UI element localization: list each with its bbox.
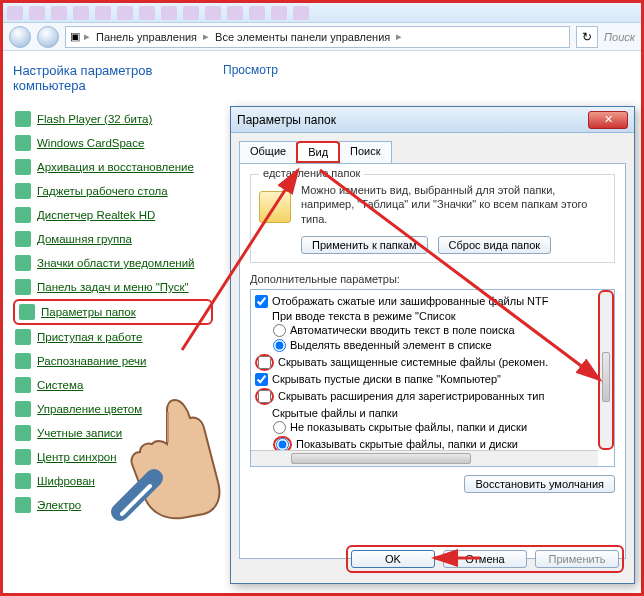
cp-item-link[interactable]: Приступая к работе bbox=[37, 331, 142, 343]
crumb-sub[interactable]: Все элементы панели управления bbox=[213, 31, 392, 43]
cp-item[interactable]: Система bbox=[13, 373, 213, 397]
cp-item-link[interactable]: Панель задач и меню "Пуск" bbox=[37, 281, 189, 293]
cp-item-icon bbox=[15, 135, 31, 151]
view-link[interactable]: Просмотр bbox=[223, 63, 278, 77]
cp-item-icon bbox=[15, 497, 31, 513]
folder-views-group: едставление папок Можно изменить вид, вы… bbox=[250, 174, 615, 263]
nav-forward-button[interactable] bbox=[37, 26, 59, 48]
advanced-label: Дополнительные параметры: bbox=[250, 273, 615, 285]
cp-item-link[interactable]: Flash Player (32 бита) bbox=[37, 113, 152, 125]
cp-item-link[interactable]: Параметры папок bbox=[41, 306, 136, 318]
cp-item-link[interactable]: Windows CardSpace bbox=[37, 137, 144, 149]
opt-hide-empty-drives[interactable] bbox=[255, 373, 268, 386]
advanced-scrollbar-vertical[interactable] bbox=[598, 290, 614, 450]
cp-item-icon bbox=[15, 473, 31, 489]
cp-item[interactable]: Flash Player (32 бита) bbox=[13, 107, 213, 131]
cp-item-link[interactable]: Учетные записи bbox=[37, 427, 122, 439]
opt-dont-show-hidden[interactable] bbox=[273, 421, 286, 434]
cp-item[interactable]: Учетные записи bbox=[13, 421, 213, 445]
address-bar: ▣ ▸ Панель управления ▸ Все элементы пан… bbox=[3, 23, 641, 51]
tab-view[interactable]: Вид bbox=[296, 141, 340, 163]
cp-item-link[interactable]: Распознавание речи bbox=[37, 355, 147, 367]
opt-hide-protected[interactable] bbox=[258, 356, 271, 369]
apply-to-folders-button[interactable]: Применить к папкам bbox=[301, 236, 428, 254]
refresh-button[interactable]: ↻ bbox=[576, 26, 598, 48]
cp-item-link[interactable]: Архивация и восстановление bbox=[37, 161, 194, 173]
cp-item-icon bbox=[15, 329, 31, 345]
cp-item[interactable]: Диспетчер Realtek HD bbox=[13, 203, 213, 227]
cp-item-link[interactable]: Гаджеты рабочего стола bbox=[37, 185, 168, 197]
folder-options-dialog: Параметры папок ✕ Общие Вид Поиск едстав… bbox=[230, 106, 635, 584]
page-title: Настройка параметров компьютера bbox=[13, 63, 213, 93]
cp-item[interactable]: Электро bbox=[13, 493, 213, 517]
restore-defaults-button[interactable]: Восстановить умолчания bbox=[464, 475, 615, 493]
cp-item-icon bbox=[15, 207, 31, 223]
control-panel-icon: ▣ bbox=[70, 30, 80, 43]
cp-item-icon bbox=[19, 304, 35, 320]
cp-item[interactable]: Распознавание речи bbox=[13, 349, 213, 373]
cp-item-link[interactable]: Система bbox=[37, 379, 83, 391]
search-hint[interactable]: Поиск bbox=[604, 31, 635, 43]
cp-item-icon bbox=[15, 183, 31, 199]
cp-item-link[interactable]: Диспетчер Realtek HD bbox=[37, 209, 155, 221]
cp-item-icon bbox=[15, 401, 31, 417]
cp-item[interactable]: Центр синхрон bbox=[13, 445, 213, 469]
reset-folders-button[interactable]: Сброс вида папок bbox=[438, 236, 552, 254]
dialog-buttons: OK Отмена Применить bbox=[346, 545, 624, 573]
cp-item-link[interactable]: Управление цветом bbox=[37, 403, 142, 415]
cancel-button[interactable]: Отмена bbox=[443, 550, 527, 568]
cp-item-link[interactable]: Домашняя группа bbox=[37, 233, 132, 245]
cp-item[interactable]: Панель задач и меню "Пуск" bbox=[13, 275, 213, 299]
cp-item-link[interactable]: Электро bbox=[37, 499, 81, 511]
cp-item-icon bbox=[15, 353, 31, 369]
group-label: едставление папок bbox=[259, 167, 364, 179]
crumb-root[interactable]: Панель управления bbox=[94, 31, 199, 43]
ok-button[interactable]: OK bbox=[351, 550, 435, 568]
nav-back-button[interactable] bbox=[9, 26, 31, 48]
opt-hide-extensions[interactable] bbox=[258, 390, 271, 403]
cp-item-icon bbox=[15, 111, 31, 127]
folder-icon bbox=[259, 191, 291, 223]
advanced-settings-list: Отображать сжатые или зашифрованные файл… bbox=[250, 289, 615, 467]
close-button[interactable]: ✕ bbox=[588, 111, 628, 129]
cp-item-icon bbox=[15, 449, 31, 465]
apply-button[interactable]: Применить bbox=[535, 550, 619, 568]
cp-item[interactable]: Значки области уведомлений bbox=[13, 251, 213, 275]
cp-item[interactable]: Управление цветом bbox=[13, 397, 213, 421]
opt-compressed-color[interactable] bbox=[255, 295, 268, 308]
opt-select-typed[interactable] bbox=[273, 339, 286, 352]
cp-item[interactable]: Домашняя группа bbox=[13, 227, 213, 251]
cp-item-icon bbox=[15, 231, 31, 247]
cp-item-icon bbox=[15, 255, 31, 271]
cp-item[interactable]: Параметры папок bbox=[13, 299, 213, 325]
breadcrumb[interactable]: ▣ ▸ Панель управления ▸ Все элементы пан… bbox=[65, 26, 570, 48]
cp-item-icon bbox=[15, 425, 31, 441]
group-desc: Можно изменить вид, выбранный для этой п… bbox=[301, 183, 606, 226]
cp-item-link[interactable]: Центр синхрон bbox=[37, 451, 117, 463]
cp-item[interactable]: Windows CardSpace bbox=[13, 131, 213, 155]
cp-item[interactable]: Гаджеты рабочего стола bbox=[13, 179, 213, 203]
tab-search[interactable]: Поиск bbox=[339, 141, 391, 163]
cp-item[interactable]: Шифрован bbox=[13, 469, 213, 493]
tab-general[interactable]: Общие bbox=[239, 141, 297, 163]
taskbar-row bbox=[3, 3, 641, 23]
cp-item[interactable]: Архивация и восстановление bbox=[13, 155, 213, 179]
cp-item-icon bbox=[15, 159, 31, 175]
cp-item-link[interactable]: Шифрован bbox=[37, 475, 95, 487]
cp-item-icon bbox=[15, 377, 31, 393]
advanced-scrollbar-horizontal[interactable] bbox=[251, 450, 598, 466]
cp-item[interactable]: Приступая к работе bbox=[13, 325, 213, 349]
dialog-title: Параметры папок bbox=[237, 113, 336, 127]
cp-item-link[interactable]: Значки области уведомлений bbox=[37, 257, 194, 269]
opt-auto-type-search[interactable] bbox=[273, 324, 286, 337]
cp-item-icon bbox=[15, 279, 31, 295]
